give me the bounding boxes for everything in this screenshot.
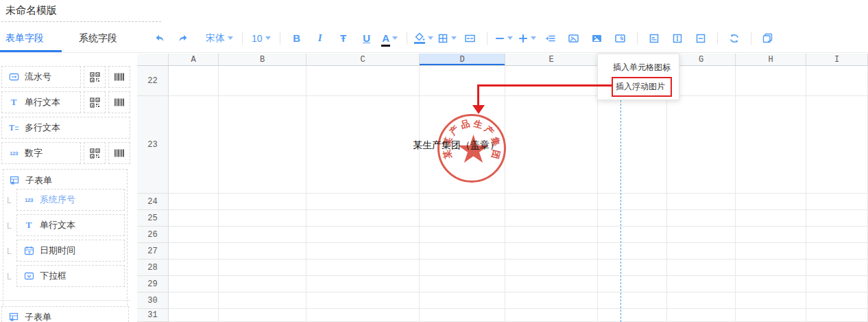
cell-F31[interactable]: [598, 309, 667, 322]
cell-G27[interactable]: [667, 243, 736, 260]
cell-C27[interactable]: [306, 243, 420, 260]
cell-I28[interactable]: [806, 260, 868, 276]
cell-text-button[interactable]: [642, 30, 666, 47]
cell-B23[interactable]: [219, 96, 306, 194]
field-number[interactable]: 123 数字: [1, 142, 81, 164]
cell-A30[interactable]: [169, 292, 219, 309]
cell-C31[interactable]: [306, 309, 420, 322]
undo-button[interactable]: [148, 30, 171, 47]
cell-C23[interactable]: [306, 96, 420, 194]
row-header-25[interactable]: 25: [137, 210, 169, 227]
row-header-28[interactable]: 28: [137, 260, 169, 276]
column-header-A[interactable]: A: [169, 54, 219, 66]
cell-A27[interactable]: [169, 243, 219, 260]
cell-B24[interactable]: [219, 194, 306, 210]
cell-D24[interactable]: [420, 194, 505, 210]
cell-H26[interactable]: [736, 227, 806, 243]
cell-C29[interactable]: [306, 276, 420, 292]
cell-F30[interactable]: [598, 292, 667, 309]
cell-F29[interactable]: [598, 276, 667, 292]
subform-child-system-serial[interactable]: 123 系统序号: [16, 189, 125, 211]
redo-button[interactable]: [171, 30, 195, 47]
cell-E28[interactable]: [505, 260, 598, 276]
text-barcode-button[interactable]: [108, 91, 130, 113]
column-header-B[interactable]: B: [219, 54, 306, 66]
cell-A25[interactable]: [169, 210, 219, 227]
watermark-button[interactable]: [609, 30, 632, 47]
row-header-22[interactable]: 22: [137, 66, 169, 96]
text-qrcode-button[interactable]: [84, 91, 106, 113]
cell-F27[interactable]: [598, 243, 667, 260]
cell-D27[interactable]: [420, 243, 505, 260]
row-header-24[interactable]: 24: [137, 194, 169, 210]
cell-F26[interactable]: [598, 227, 667, 243]
field-serial-number[interactable]: 流水号: [1, 66, 81, 88]
menu-item-insert-cell-icon[interactable]: 插入单元格图标: [613, 62, 671, 73]
cell-H31[interactable]: [736, 309, 806, 322]
serial-barcode-button[interactable]: [108, 66, 130, 88]
cell-I25[interactable]: [806, 210, 868, 227]
refresh-button[interactable]: [723, 30, 746, 47]
cell-D25[interactable]: [420, 210, 505, 227]
cell-A28[interactable]: [169, 260, 219, 276]
subform-child-dropdown[interactable]: 下拉框: [16, 265, 125, 287]
cell-H28[interactable]: [736, 260, 806, 276]
row-header-26[interactable]: 26: [137, 227, 169, 243]
fill-color-button[interactable]: [412, 30, 435, 47]
italic-button[interactable]: I: [309, 30, 332, 47]
cell-E23[interactable]: [505, 96, 598, 194]
copy-template-button[interactable]: [756, 30, 780, 47]
cell-D29[interactable]: [420, 276, 505, 292]
borders-button[interactable]: [435, 30, 459, 47]
cell-I22[interactable]: [806, 66, 868, 96]
cell-A22[interactable]: [169, 66, 219, 96]
cell-B30[interactable]: [219, 292, 306, 309]
cell-E31[interactable]: [505, 309, 598, 322]
cell-B22[interactable]: [219, 66, 306, 96]
font-color-button[interactable]: A: [378, 30, 402, 47]
tab-system-fields[interactable]: 系统字段: [79, 24, 117, 53]
cell-C30[interactable]: [306, 292, 420, 309]
cell-E29[interactable]: [505, 276, 598, 292]
cell-I23[interactable]: [806, 96, 868, 194]
cell-A26[interactable]: [169, 227, 219, 243]
cell-E26[interactable]: [505, 227, 598, 243]
outdent-button[interactable]: [539, 30, 562, 47]
cell-G30[interactable]: [667, 292, 736, 309]
cell-B28[interactable]: [219, 260, 306, 276]
cell-G26[interactable]: [667, 227, 736, 243]
delete-rows-button[interactable]: [492, 30, 516, 47]
subform-child-single-text[interactable]: T 单行文本: [16, 214, 125, 236]
cell-A29[interactable]: [169, 276, 219, 292]
serial-qrcode-button[interactable]: [84, 66, 106, 88]
merge-cells-button[interactable]: [459, 30, 482, 47]
row-header-30[interactable]: 30: [137, 292, 169, 309]
cell-B25[interactable]: [219, 210, 306, 227]
strikethrough-button[interactable]: Ŧ: [332, 30, 355, 47]
cell-B27[interactable]: [219, 243, 306, 260]
insert-image-button[interactable]: [562, 30, 586, 47]
row-header-31[interactable]: 31: [137, 309, 169, 322]
cell-B31[interactable]: [219, 309, 306, 322]
cell-I24[interactable]: [806, 194, 868, 210]
insert-rows-button[interactable]: [516, 30, 539, 47]
bold-button[interactable]: B: [285, 30, 309, 47]
column-header-E[interactable]: E: [505, 54, 598, 66]
cell-A23[interactable]: [169, 96, 219, 194]
font-family-select[interactable]: 宋体: [202, 30, 237, 47]
cell-C26[interactable]: [306, 227, 420, 243]
cell-H29[interactable]: [736, 276, 806, 292]
cell-I29[interactable]: [806, 276, 868, 292]
cell-G24[interactable]: [667, 194, 736, 210]
cell-G29[interactable]: [667, 276, 736, 292]
number-barcode-button[interactable]: [108, 142, 130, 164]
cell-I27[interactable]: [806, 243, 868, 260]
column-header-D[interactable]: D: [420, 54, 505, 66]
cell-I30[interactable]: [806, 292, 868, 309]
field-single-line-text[interactable]: T 单行文本: [1, 91, 81, 113]
subform-child-datetime[interactable]: 日期时间: [16, 240, 125, 262]
row-header-23[interactable]: 23: [137, 96, 169, 194]
cell-D31[interactable]: [420, 309, 505, 322]
cell-C28[interactable]: [306, 260, 420, 276]
cell-G31[interactable]: [667, 309, 736, 322]
